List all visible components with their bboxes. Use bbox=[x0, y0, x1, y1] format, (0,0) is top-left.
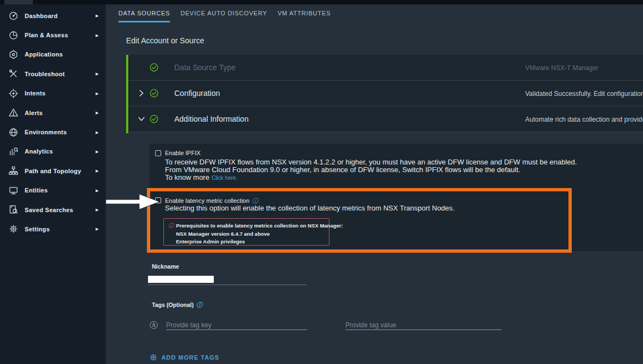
tag-row-marker-icon: Ⓐ bbox=[150, 320, 158, 331]
sidebar-item-dashboard[interactable]: Dashboard ▶ bbox=[0, 6, 106, 25]
accordion-detail: Automate rich data collection and provid… bbox=[525, 116, 643, 123]
add-more-tags-label: ADD MORE TAGS bbox=[161, 354, 219, 361]
prerequisite-item: NSX Manager version 6.4.7 and above bbox=[176, 231, 270, 237]
tab-data-sources[interactable]: DATA SOURCES bbox=[118, 10, 170, 22]
accordion-title: Additional Information bbox=[174, 115, 248, 123]
settings-icon bbox=[8, 223, 19, 235]
success-check-icon bbox=[149, 114, 159, 124]
chevron-right-icon: ▶ bbox=[96, 72, 99, 76]
chevron-right-icon: ▶ bbox=[96, 33, 99, 37]
chevron-right-icon: ▶ bbox=[96, 227, 99, 231]
sidebar: Dashboard ▶ Plan & Assess ▶ Applications… bbox=[0, 0, 106, 364]
sidebar-item-label: Applications bbox=[25, 51, 99, 58]
sidebar-item-path-topology[interactable]: Path and Topology ▶ bbox=[0, 161, 106, 180]
chevron-right-icon: ▶ bbox=[96, 169, 99, 173]
nickname-value-redacted bbox=[148, 276, 214, 283]
chevron-right-icon[interactable] bbox=[136, 88, 146, 98]
alerts-icon bbox=[8, 107, 19, 118]
window-top-strip bbox=[0, 0, 643, 4]
ipfix-description-line1: To receive DFW IPFIX flows from NSX vers… bbox=[165, 158, 577, 166]
sidebar-item-environments[interactable]: Environments ▶ bbox=[0, 122, 106, 141]
environments-icon bbox=[8, 127, 19, 138]
tag-value-input[interactable] bbox=[345, 320, 502, 330]
sidebar-item-plan-assess[interactable]: Plan & Assess ▶ bbox=[0, 25, 106, 44]
tab-device-auto-discovery[interactable]: DEVICE AUTO DISCOVERY bbox=[180, 10, 267, 22]
collapsed-header-fragment bbox=[4, 0, 33, 4]
sidebar-item-label: Settings bbox=[25, 226, 96, 232]
ipfix-description-line2: From VMware Cloud Foundation 9.0 or high… bbox=[165, 166, 520, 174]
path-topology-icon bbox=[8, 165, 19, 177]
settings-tab-bar: DATA SOURCES DEVICE AUTO DISCOVERY VM AT… bbox=[118, 10, 331, 22]
accordion-title: Configuration bbox=[174, 89, 220, 98]
sidebar-item-label: Environments bbox=[25, 129, 96, 135]
accordion-row-additional-information[interactable]: Additional Information Automate rich dat… bbox=[126, 106, 643, 132]
nickname-label: Nickname bbox=[152, 263, 179, 270]
chevron-right-icon: ▶ bbox=[96, 150, 99, 153]
enable-ipfix-checkbox[interactable] bbox=[155, 150, 161, 156]
chevron-right-icon: ▶ bbox=[96, 130, 99, 134]
sidebar-item-label: Analytics bbox=[25, 148, 96, 155]
chevron-right-icon: ▶ bbox=[96, 189, 99, 192]
chevron-down-icon[interactable] bbox=[136, 114, 146, 124]
sidebar-item-label: Dashboard bbox=[25, 13, 96, 19]
tags-info-icon[interactable]: ⓘ bbox=[196, 302, 202, 308]
accordion-row-configuration[interactable]: Configuration Validated Successfully. Ed… bbox=[126, 81, 643, 106]
sidebar-item-label: Path and Topology bbox=[25, 168, 96, 174]
sidebar-item-troubleshoot[interactable]: Troubleshoot ▶ bbox=[0, 64, 106, 83]
dashboard-icon bbox=[8, 10, 19, 21]
analytics-icon bbox=[8, 146, 19, 157]
applications-icon bbox=[8, 49, 19, 60]
success-check-icon bbox=[149, 62, 159, 72]
sidebar-item-label: Entities bbox=[25, 187, 96, 194]
chevron-right-icon: ▶ bbox=[96, 92, 99, 95]
plan-assess-icon bbox=[8, 30, 19, 41]
page-title: Edit Account or Source bbox=[126, 36, 204, 45]
tags-label-text: Tags (Optional) bbox=[152, 302, 194, 308]
prerequisite-item: Enterprise Admin privileges bbox=[176, 238, 245, 244]
sidebar-nav: Dashboard ▶ Plan & Assess ▶ Applications… bbox=[0, 6, 106, 239]
sidebar-item-entities[interactable]: Entities ▶ bbox=[0, 181, 106, 200]
accordion-detail: Validated Successfully. Edit configurati… bbox=[525, 90, 643, 98]
tag-key-input[interactable] bbox=[166, 320, 307, 330]
prerequisites-title: Prerequisites to enable latency metrics … bbox=[176, 223, 343, 229]
sidebar-item-analytics[interactable]: Analytics ▶ bbox=[0, 142, 106, 161]
latency-description: Selecting this option will enable the co… bbox=[165, 204, 454, 212]
chevron-right-icon: ▶ bbox=[96, 14, 99, 18]
saved-searches-icon bbox=[8, 204, 19, 215]
click-here-link[interactable]: Click here. bbox=[212, 175, 237, 181]
wizard-accordion: Data Source Type VMware NSX-T Manager Co… bbox=[126, 55, 643, 132]
success-check-icon bbox=[149, 88, 159, 98]
ipfix-know-more-text: To know more bbox=[165, 173, 209, 181]
chevron-right-icon: ▶ bbox=[96, 208, 99, 212]
enable-ipfix-label: Enable IPFIX bbox=[165, 150, 201, 156]
add-more-tags-button[interactable]: ⊕ ADD MORE TAGS bbox=[150, 353, 219, 362]
enable-latency-label-text: Enable latency metric collection bbox=[165, 197, 249, 204]
tags-label: Tags (Optional)ⓘ bbox=[152, 301, 202, 309]
sidebar-item-settings[interactable]: Settings ▶ bbox=[0, 219, 106, 238]
tab-vm-attributes[interactable]: VM ATTRIBUTES bbox=[277, 10, 331, 22]
accordion-detail: VMware NSX-T Manager bbox=[525, 64, 643, 72]
sidebar-item-label: Alerts bbox=[25, 110, 96, 116]
entities-icon bbox=[8, 185, 19, 196]
ipfix-description-line3: To know moreClick here. bbox=[165, 173, 237, 181]
troubleshoot-icon bbox=[8, 68, 19, 79]
latency-info-icon[interactable]: ⓘ bbox=[252, 197, 258, 204]
sidebar-item-intents[interactable]: Intents ▶ bbox=[0, 84, 106, 103]
accordion-status-bar bbox=[126, 55, 128, 133]
sidebar-item-alerts[interactable]: Alerts ▶ bbox=[0, 103, 106, 122]
sidebar-item-label: Saved Searches bbox=[25, 207, 96, 213]
chevron-right-icon: ▶ bbox=[96, 111, 99, 115]
sidebar-item-applications[interactable]: Applications bbox=[0, 45, 106, 64]
sidebar-item-saved-searches[interactable]: Saved Searches ▶ bbox=[0, 200, 106, 219]
sidebar-item-label: Plan & Assess bbox=[25, 32, 96, 38]
accordion-title: Data Source Type bbox=[174, 63, 236, 72]
accordion-row-data-source-type[interactable]: Data Source Type VMware NSX-T Manager bbox=[126, 55, 643, 81]
sidebar-item-label: Troubleshoot bbox=[25, 71, 96, 77]
intents-icon bbox=[8, 88, 19, 99]
enable-latency-checkbox[interactable] bbox=[155, 197, 161, 203]
plus-circle-icon: ⊕ bbox=[150, 353, 157, 362]
error-info-icon: ⓘ bbox=[168, 222, 174, 230]
sidebar-item-label: Intents bbox=[25, 90, 96, 96]
latency-prerequisites-box: ⓘ Prerequisites to enable latency metric… bbox=[163, 218, 329, 246]
